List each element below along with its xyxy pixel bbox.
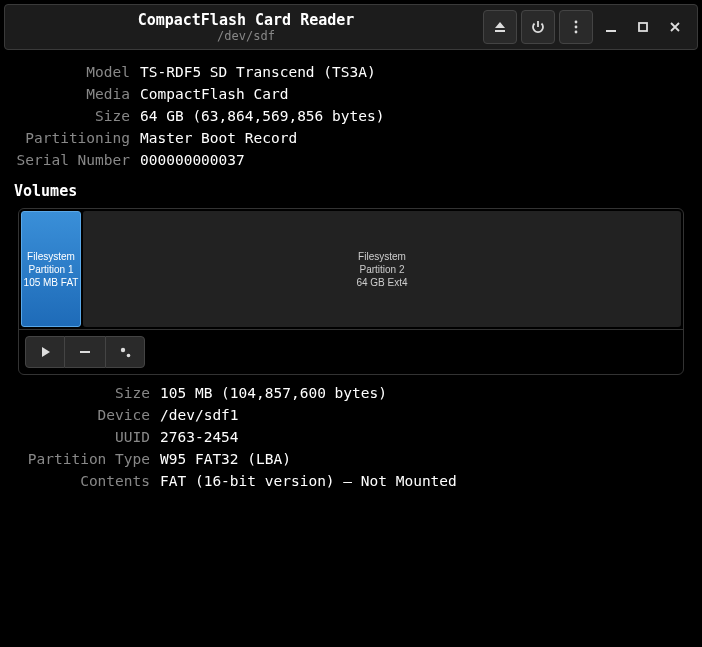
value-ptype: W95 FAT32 (LBA) xyxy=(160,451,291,467)
partition-1[interactable]: Filesystem Partition 1 105 MB FAT xyxy=(21,211,81,327)
label-size: Size xyxy=(14,108,140,124)
minimize-button[interactable] xyxy=(597,10,625,44)
menu-button[interactable] xyxy=(559,10,593,44)
row-ptype: Partition Type W95 FAT32 (LBA) xyxy=(14,451,688,467)
maximize-icon xyxy=(635,19,651,35)
svg-point-7 xyxy=(127,354,131,358)
label-psize: Size xyxy=(14,385,160,401)
partition-1-line1: Filesystem xyxy=(27,250,75,263)
close-button[interactable] xyxy=(661,10,689,44)
partition-1-line2: Partition 1 xyxy=(28,263,73,276)
row-contents: Contents FAT (16-bit version) — Not Moun… xyxy=(14,473,688,489)
svg-point-2 xyxy=(575,31,578,34)
minus-icon xyxy=(77,344,93,360)
svg-point-6 xyxy=(121,348,125,352)
value-media: CompactFlash Card xyxy=(140,86,288,102)
kebab-icon xyxy=(568,19,584,35)
label-contents: Contents xyxy=(14,473,160,489)
eject-button[interactable] xyxy=(483,10,517,44)
label-ptype: Partition Type xyxy=(14,451,160,467)
mount-button[interactable] xyxy=(25,336,65,368)
label-device: Device xyxy=(14,407,160,423)
partition-2-line1: Filesystem xyxy=(358,250,406,263)
label-partitioning: Partitioning xyxy=(14,130,140,146)
value-serial: 000000000037 xyxy=(140,152,245,168)
svg-point-0 xyxy=(575,21,578,24)
partition-1-line3: 105 MB FAT xyxy=(24,276,79,289)
row-psize: Size 105 MB (104,857,600 bytes) xyxy=(14,385,688,401)
svg-point-1 xyxy=(575,26,578,29)
titlebar: CompactFlash Card Reader /dev/sdf xyxy=(4,4,698,50)
value-size: 64 GB (63,864,569,856 bytes) xyxy=(140,108,384,124)
gears-icon xyxy=(117,344,133,360)
play-icon xyxy=(37,344,53,360)
minimize-icon xyxy=(603,19,619,35)
partition-2-line3: 64 GB Ext4 xyxy=(356,276,407,289)
window-subtitle: /dev/sdf xyxy=(13,29,479,43)
content: Model TS-RDF5 SD Transcend (TS3A) Media … xyxy=(0,54,702,505)
volumes-box: Filesystem Partition 1 105 MB FAT Filesy… xyxy=(18,208,684,375)
partition-2[interactable]: Filesystem Partition 2 64 GB Ext4 xyxy=(83,211,681,327)
close-icon xyxy=(667,19,683,35)
power-icon xyxy=(530,19,546,35)
value-device: /dev/sdf1 xyxy=(160,407,239,423)
label-media: Media xyxy=(14,86,140,102)
maximize-button[interactable] xyxy=(629,10,657,44)
label-model: Model xyxy=(14,64,140,80)
window-title: CompactFlash Card Reader xyxy=(13,11,479,29)
partition-details: Size 105 MB (104,857,600 bytes) Device /… xyxy=(14,385,688,489)
label-uuid: UUID xyxy=(14,429,160,445)
value-contents: FAT (16-bit version) — Not Mounted xyxy=(160,473,457,489)
volumes-heading: Volumes xyxy=(14,182,688,200)
delete-partition-button[interactable] xyxy=(65,336,105,368)
value-partitioning: Master Boot Record xyxy=(140,130,297,146)
partition-2-line2: Partition 2 xyxy=(359,263,404,276)
row-device: Device /dev/sdf1 xyxy=(14,407,688,423)
svg-rect-3 xyxy=(606,30,616,32)
row-serial: Serial Number 000000000037 xyxy=(14,152,688,168)
svg-rect-5 xyxy=(80,351,90,353)
row-model: Model TS-RDF5 SD Transcend (TS3A) xyxy=(14,64,688,80)
value-psize: 105 MB (104,857,600 bytes) xyxy=(160,385,387,401)
row-partitioning: Partitioning Master Boot Record xyxy=(14,130,688,146)
label-serial: Serial Number xyxy=(14,152,140,168)
value-model: TS-RDF5 SD Transcend (TS3A) xyxy=(140,64,376,80)
row-uuid: UUID 2763-2454 xyxy=(14,429,688,445)
title-center: CompactFlash Card Reader /dev/sdf xyxy=(13,11,479,43)
svg-rect-4 xyxy=(639,23,647,31)
row-media: Media CompactFlash Card xyxy=(14,86,688,102)
partition-settings-button[interactable] xyxy=(105,336,145,368)
volume-toolbar xyxy=(19,329,683,374)
row-size: Size 64 GB (63,864,569,856 bytes) xyxy=(14,108,688,124)
value-uuid: 2763-2454 xyxy=(160,429,239,445)
partition-bar: Filesystem Partition 1 105 MB FAT Filesy… xyxy=(19,209,683,329)
power-button[interactable] xyxy=(521,10,555,44)
eject-icon xyxy=(492,19,508,35)
